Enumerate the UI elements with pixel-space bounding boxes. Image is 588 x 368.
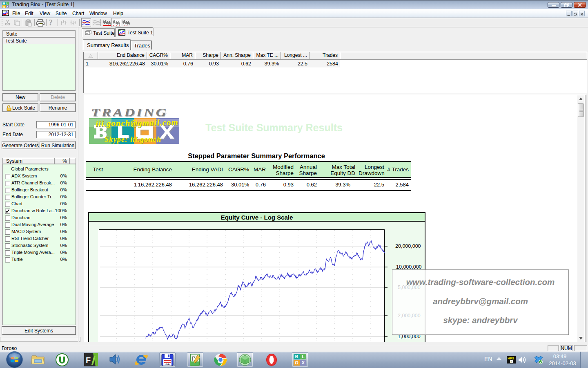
svg-text:F: F [86,356,91,365]
svg-text:L: L [302,354,305,359]
svg-text:O: O [295,360,298,365]
svg-text:L: L [7,2,9,5]
svg-text:0: 0 [511,361,512,364]
svg-text:X: X [7,5,9,8]
svg-text:B: B [295,354,298,359]
svg-text:O: O [3,5,5,8]
svg-text:X: X [302,360,305,365]
svg-text:B: B [3,2,5,5]
svg-text:HFS: HFS [508,357,514,360]
svg-text:-64-: -64- [165,363,170,366]
